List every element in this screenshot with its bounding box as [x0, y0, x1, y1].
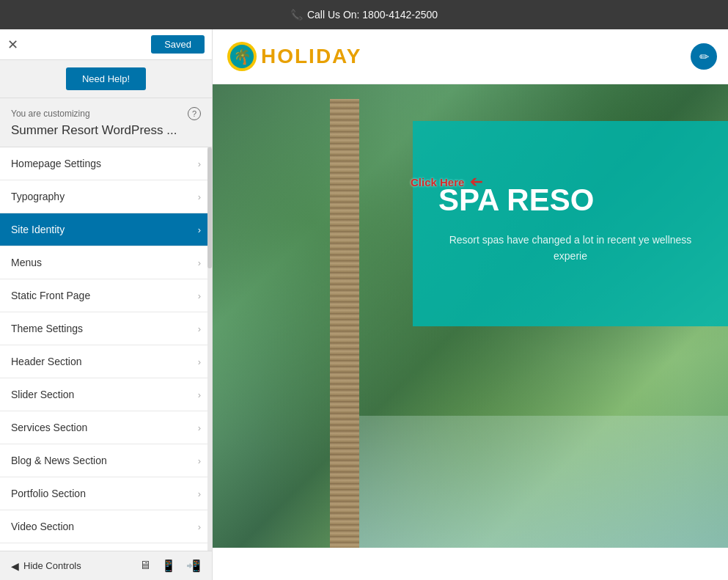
chevron-right-icon: ›	[198, 521, 201, 532]
chevron-right-icon: ›	[198, 488, 201, 499]
top-bar: 📞 Call Us On: 1800-4142-2500	[0, 0, 728, 29]
spa-title: SPA RESO	[438, 183, 702, 217]
chevron-right-icon: ›	[198, 191, 201, 202]
chevron-right-icon: ›	[198, 422, 201, 433]
sidebar-item-label: Slider Section	[11, 389, 74, 400]
customizing-title: Summer Resort WordPress ...	[11, 123, 201, 138]
customizing-label: You are customizing ?	[11, 107, 201, 120]
chevron-right-icon: ›	[198, 323, 201, 334]
sidebar-item-video-section[interactable]: Video Section›	[0, 510, 212, 543]
customizing-label-text: You are customizing	[11, 109, 90, 119]
main-area: ✕ Saved Need Help! You are customizing ?…	[0, 29, 728, 580]
customizing-section: You are customizing ? Summer Resort Word…	[0, 98, 212, 147]
sidebar: ✕ Saved Need Help! You are customizing ?…	[0, 29, 213, 580]
pool-area	[359, 416, 728, 548]
sidebar-item-label: Video Section	[11, 521, 74, 532]
chevron-right-icon: ›	[198, 356, 201, 367]
sidebar-footer: ◀ Hide Controls 🖥 📱 📲	[0, 551, 212, 580]
sidebar-item-services-section[interactable]: Services Section›	[0, 411, 212, 444]
back-arrow-icon: ◀	[11, 560, 19, 572]
sidebar-item-theme-settings[interactable]: Theme Settings›	[0, 312, 212, 345]
need-help-button[interactable]: Need Help!	[66, 67, 146, 90]
phone-icon: 📞	[290, 9, 303, 21]
sidebar-item-label: Services Section	[11, 422, 87, 433]
chevron-right-icon: ›	[198, 224, 201, 235]
chevron-right-icon: ›	[198, 455, 201, 466]
hide-controls-label: Hide Controls	[23, 560, 81, 571]
desktop-icon[interactable]: 🖥	[139, 559, 151, 573]
logo-icon: 🌴	[227, 42, 257, 71]
help-icon[interactable]: ?	[188, 107, 201, 120]
sidebar-item-typography[interactable]: Typography›	[0, 180, 212, 213]
sidebar-item-menus[interactable]: Menus›	[0, 246, 212, 279]
edit-button[interactable]: ✏	[691, 43, 717, 70]
close-button[interactable]: ✕	[7, 38, 18, 51]
sidebar-item-label: Header Section	[11, 356, 82, 367]
sidebar-item-label: Menus	[11, 257, 42, 268]
scrollbar-thumb[interactable]	[207, 147, 212, 268]
teal-overlay-box: SPA RESO Resort spas have changed a lot …	[413, 121, 728, 326]
sidebar-item-header-section[interactable]: Header Section›	[0, 345, 212, 378]
hero-section: SPA RESO Resort spas have changed a lot …	[213, 84, 728, 548]
logo-text: HOLIDAY	[261, 45, 361, 68]
footer-icons: 🖥 📱 📲	[139, 559, 201, 573]
fence-element	[330, 99, 359, 548]
sidebar-item-label: Homepage Settings	[11, 158, 101, 169]
site-header: 🌴 HOLIDAY ✏	[213, 29, 728, 84]
tablet-icon[interactable]: 📱	[161, 559, 176, 573]
spa-description: Resort spas have changed a lot in recent…	[438, 232, 702, 265]
sidebar-item-label: Static Front Page	[11, 290, 90, 301]
hide-controls-button[interactable]: ◀ Hide Controls	[11, 560, 81, 572]
sidebar-item-static-front-page[interactable]: Static Front Page›	[0, 279, 212, 312]
chevron-right-icon: ›	[198, 158, 201, 169]
preview-area: 🌴 HOLIDAY ✏ SPA RESO Resort spas have ch…	[213, 29, 728, 580]
need-help-area: Need Help!	[0, 60, 212, 98]
sidebar-item-label: Blog & News Section	[11, 455, 107, 466]
sidebar-item-slider-section[interactable]: Slider Section›	[0, 378, 212, 411]
sidebar-item-site-identity[interactable]: Site Identity›	[0, 213, 212, 246]
chevron-right-icon: ›	[198, 257, 201, 268]
sidebar-item-testimonials-section[interactable]: Testimonials Section›	[0, 543, 212, 551]
sidebar-item-label: Site Identity	[11, 224, 65, 235]
sidebar-item-label: Typography	[11, 191, 65, 202]
sidebar-item-portfolio-section[interactable]: Portfolio Section›	[0, 477, 212, 510]
chevron-right-icon: ›	[198, 290, 201, 301]
sidebar-header: ✕ Saved	[0, 29, 212, 60]
sidebar-item-label: Portfolio Section	[11, 488, 86, 499]
mobile-icon[interactable]: 📲	[186, 559, 201, 573]
svg-text:🌴: 🌴	[233, 48, 251, 65]
sidebar-item-homepage-settings[interactable]: Homepage Settings›	[0, 147, 212, 180]
site-logo: 🌴 HOLIDAY	[227, 42, 361, 71]
phone-text: Call Us On: 1800-4142-2500	[307, 9, 438, 21]
saved-button[interactable]: Saved	[151, 35, 205, 54]
nav-items-list: Homepage Settings›Typography›Site Identi…	[0, 147, 212, 551]
scrollbar-track[interactable]	[207, 147, 212, 551]
sidebar-item-label: Theme Settings	[11, 323, 83, 334]
sidebar-item-blog-news-section[interactable]: Blog & News Section›	[0, 444, 212, 477]
chevron-right-icon: ›	[198, 389, 201, 400]
